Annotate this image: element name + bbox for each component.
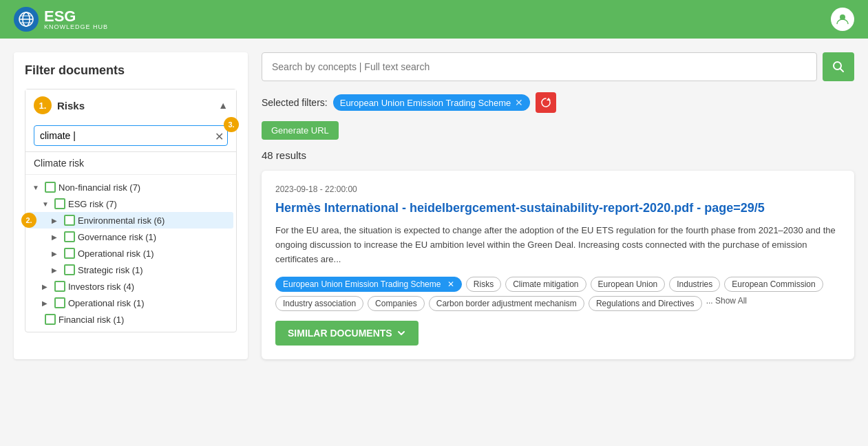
doc-excerpt: For the EU area, the situation is expect…	[275, 224, 840, 266]
similar-docs-label: SIMILAR DOCUMENTS	[288, 328, 392, 339]
tree-item-operational-risk-l2[interactable]: ▶ Operational risk (1)	[28, 295, 233, 311]
tree-label-investors: Investors risk (4)	[68, 282, 229, 292]
show-all-link[interactable]: ... Show All	[706, 296, 747, 311]
risks-filter-section: 1. Risks ▲ ✕ 3. Climate risk ▼ Non-finan	[25, 89, 237, 332]
doc-tag-industry-association[interactable]: Industry association	[275, 296, 363, 311]
tree-checkbox-non-financial[interactable]	[45, 182, 56, 193]
filter-search-clear-icon[interactable]: ✕	[215, 130, 224, 143]
tree-label-strategic: Strategic risk (1)	[78, 265, 229, 275]
search-button[interactable]	[823, 52, 854, 81]
similar-documents-button[interactable]: SIMILAR DOCUMENTS	[275, 321, 419, 346]
tree-checkbox-esg[interactable]	[54, 198, 65, 209]
doc-title[interactable]: Hermès International - heidelbergcement-…	[275, 200, 840, 217]
filter-chip-text: European Union Emission Trading Scheme	[340, 98, 511, 108]
logo-area: ESG KNOWLEDGE HUB	[14, 7, 108, 32]
risks-filter-header[interactable]: 1. Risks ▲	[25, 89, 236, 121]
logo-sub-label: KNOWLEDGE HUB	[44, 24, 108, 30]
search-input[interactable]	[262, 52, 817, 81]
filter-chip-remove-icon[interactable]: ✕	[515, 97, 523, 108]
tree-chevron-icon: ▼	[42, 200, 52, 208]
tree-checkbox-governance[interactable]	[64, 231, 75, 242]
app-header: ESG KNOWLEDGE HUB	[0, 0, 868, 39]
results-count: 48 results	[262, 149, 854, 161]
tree-item-non-financial-risk[interactable]: ▼ Non-financial risk (7)	[28, 179, 233, 195]
svg-line-7	[840, 69, 844, 72]
doc-tag-european-commission[interactable]: European Commission	[724, 277, 823, 292]
tree-checkbox-operational-l3[interactable]	[64, 248, 75, 259]
doc-tag-risks[interactable]: Risks	[466, 277, 501, 292]
reset-filters-button[interactable]	[536, 92, 556, 113]
risks-search-input[interactable]	[34, 125, 228, 146]
tree-chevron-icon: ▶	[52, 233, 61, 241]
doc-tag-companies[interactable]: Companies	[368, 296, 425, 311]
tree-item-environmental-risk[interactable]: 2. ▶ Environmental risk (6)	[28, 212, 233, 229]
filter-sidebar: Filter documents 1. Risks ▲ ✕ 3. Climate…	[14, 52, 248, 359]
filter-search-wrap: ✕ 3.	[25, 121, 236, 152]
sidebar-title: Filter documents	[25, 63, 237, 78]
svg-marker-8	[547, 98, 551, 100]
tree-item-strategic-risk[interactable]: ▶ Strategic risk (1)	[28, 262, 233, 278]
filter-header-left: 1. Risks	[34, 96, 85, 114]
step-1-badge: 1.	[34, 96, 52, 114]
tree-checkbox-strategic[interactable]	[64, 264, 75, 275]
tree-checkbox-investors[interactable]	[54, 281, 65, 292]
globe-icon	[14, 7, 39, 32]
selected-filters-label: Selected filters:	[262, 97, 328, 108]
tree-chevron-icon: ▶	[42, 299, 52, 307]
climate-risk-suggestion[interactable]: Climate risk	[25, 152, 236, 175]
tree-chevron-icon: ▼	[32, 184, 42, 191]
tree-label-financial: Financial risk (1)	[59, 315, 229, 325]
main-results-area: Selected filters: European Union Emissio…	[262, 52, 854, 359]
doc-tag-eu-ets-text: European Union Emission Trading Scheme	[283, 279, 441, 289]
selected-filters-row: Selected filters: European Union Emissio…	[262, 92, 854, 113]
doc-tag-carbon-border[interactable]: Carbon border adjustment mechanism	[429, 296, 584, 311]
tree-chevron-icon: ▶	[52, 266, 61, 274]
risks-chevron-icon: ▲	[218, 100, 228, 111]
risks-filter-title: Risks	[57, 100, 85, 111]
tree-checkbox-operational-l2[interactable]	[54, 297, 65, 308]
tree-label-operational-l3: Operational risk (1)	[78, 248, 229, 259]
tree-item-operational-risk-l3[interactable]: ▶ Operational risk (1)	[28, 245, 233, 262]
logo-esg-label: ESG	[44, 9, 108, 24]
step-2-badge: 2.	[21, 213, 36, 228]
logo-text: ESG KNOWLEDGE HUB	[44, 9, 108, 30]
tree-chevron-icon: ▶	[52, 217, 61, 224]
tree-chevron-icon: ▶	[42, 283, 52, 290]
tree-item-financial-risk[interactable]: Financial risk (1)	[28, 311, 233, 328]
document-card: 2023-09-18 - 22:00:00 Hermès Internation…	[262, 171, 854, 359]
tree-item-investors-risk[interactable]: ▶ Investors risk (4)	[28, 278, 233, 295]
generate-url-wrap: Generate URL	[262, 121, 854, 140]
tree-item-governance-risk[interactable]: ▶ Governance risk (1)	[28, 229, 233, 245]
tree-chevron-icon: ▶	[52, 250, 61, 257]
risks-tree: ▼ Non-financial risk (7) ▼ ESG risk (7) …	[25, 175, 236, 332]
doc-date: 2023-09-18 - 22:00:00	[275, 184, 840, 194]
tree-checkbox-financial[interactable]	[45, 314, 56, 325]
doc-tag-eu-ets[interactable]: European Union Emission Trading Scheme ✕	[275, 277, 462, 292]
tree-label-esg: ESG risk (7)	[68, 199, 229, 209]
user-avatar[interactable]	[831, 8, 854, 31]
tree-label-operational-l2: Operational risk (1)	[68, 298, 229, 308]
doc-tag-european-union[interactable]: European Union	[591, 277, 666, 292]
doc-tag-climate-mitigation[interactable]: Climate mitigation	[505, 277, 586, 292]
generate-url-button[interactable]: Generate URL	[262, 121, 339, 140]
tree-item-esg-risk[interactable]: ▼ ESG risk (7)	[28, 195, 233, 212]
tree-checkbox-environmental[interactable]	[64, 215, 75, 226]
search-bar	[262, 52, 854, 81]
tree-label-environmental: Environmental risk (6)	[78, 215, 229, 226]
tree-label-governance: Governance risk (1)	[78, 232, 229, 242]
main-layout: Filter documents 1. Risks ▲ ✕ 3. Climate…	[0, 39, 868, 373]
active-filter-chip[interactable]: European Union Emission Trading Scheme ✕	[333, 94, 531, 111]
doc-tag-regulations[interactable]: Regulations and Directives	[589, 296, 702, 311]
doc-tag-eu-ets-remove[interactable]: ✕	[447, 279, 454, 289]
step-3-badge: 3.	[224, 117, 239, 132]
doc-tags-container: European Union Emission Trading Scheme ✕…	[275, 277, 840, 311]
tree-label-non-financial: Non-financial risk (7)	[59, 182, 229, 193]
doc-tag-industries[interactable]: Industries	[669, 277, 720, 292]
